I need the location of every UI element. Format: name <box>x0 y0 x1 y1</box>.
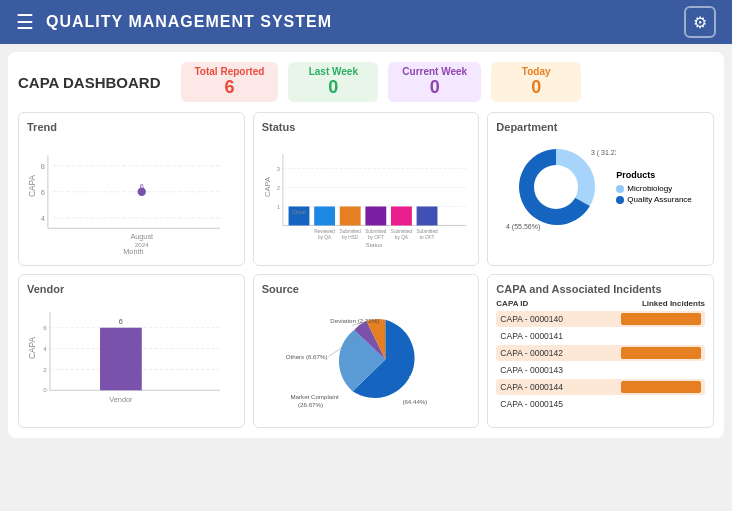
status-svg: CAPA 3 2 1 Close R <box>262 137 471 257</box>
svg-text:by OFT: by OFT <box>368 235 384 240</box>
capa-table-row: CAPA - 0000144 <box>496 379 705 395</box>
svg-text:1: 1 <box>277 204 280 210</box>
capa-id-label: CAPA - 0000143 <box>500 365 701 375</box>
capa-id-label: CAPA - 0000145 <box>500 399 701 409</box>
capa-table-header: CAPA ID Linked Incidents <box>496 299 705 308</box>
stat-today-label: Today <box>505 66 567 77</box>
capa-bar <box>621 313 701 325</box>
svg-text:Submitted: Submitted <box>365 229 387 234</box>
trend-chart: CAPA 8 6 4 August 2024 <box>27 137 236 257</box>
stat-total-reported-label: Total Reported <box>195 66 265 77</box>
vendor-chart: CAPA 6 4 2 0 6 Vendor <box>27 299 236 419</box>
capa-table-row: CAPA - 0000142 <box>496 345 705 361</box>
status-chart: CAPA 3 2 1 Close R <box>262 137 471 257</box>
svg-text:6: 6 <box>43 324 47 331</box>
dept-legend-qa: Quality Assurance <box>616 195 691 204</box>
stat-total-reported-value: 6 <box>195 77 265 98</box>
svg-rect-24 <box>314 206 335 225</box>
source-svg: Deviation (2.22%) Others (6.67%) Interna… <box>262 299 471 419</box>
stat-today: Today 0 <box>491 62 581 102</box>
svg-text:Status: Status <box>366 242 382 248</box>
svg-text:4: 4 <box>43 345 47 352</box>
department-chart-area: 3 ( 31.23 %) 4 (55.56%) Products Microbi… <box>496 137 705 237</box>
capa-id-label: CAPA - 0000144 <box>500 382 621 392</box>
header-left: ☰ QUALITY MANAGEMENT SYSTEM <box>16 10 332 34</box>
svg-text:by QA: by QA <box>318 235 332 240</box>
svg-text:Submitted: Submitted <box>416 229 438 234</box>
trend-title: Trend <box>27 121 236 133</box>
capa-table-row: CAPA - 0000141 <box>496 329 705 343</box>
micro-label: Microbiology <box>627 184 672 193</box>
stat-current-week-value: 0 <box>402 77 467 98</box>
capa-bar <box>621 347 701 359</box>
svg-text:8: 8 <box>41 162 45 171</box>
svg-text:4 (55.56%): 4 (55.56%) <box>506 223 540 231</box>
dept-legend-header: Products <box>616 170 691 180</box>
svg-text:(26.67%): (26.67%) <box>298 401 323 408</box>
stat-last-week: Last Week 0 <box>288 62 378 102</box>
vendor-card: Vendor CAPA 6 4 2 0 6 Vendor <box>18 274 245 428</box>
svg-text:0: 0 <box>43 386 47 393</box>
capa-incidents-title: CAPA and Associated Incidents <box>496 283 705 295</box>
svg-text:CAPA: CAPA <box>27 336 37 359</box>
capa-id-label: CAPA - 0000140 <box>500 314 621 324</box>
source-card: Source Deviation (2.22%) Others <box>253 274 480 428</box>
svg-text:Submitted: Submitted <box>390 229 412 234</box>
trend-svg: CAPA 8 6 4 August 2024 <box>27 137 236 257</box>
svg-text:by QA: by QA <box>395 235 409 240</box>
department-title: Department <box>496 121 705 133</box>
capa-id-label: CAPA - 0000141 <box>500 331 701 341</box>
dashboard-title: CAPA DASHBOARD <box>18 74 161 91</box>
top-grid: Trend CAPA 8 6 4 <box>18 112 714 266</box>
dept-legend-micro: Microbiology <box>616 184 691 193</box>
svg-text:(64.44%): (64.44%) <box>402 398 427 405</box>
svg-text:6: 6 <box>140 182 144 191</box>
stat-current-week-label: Current Week <box>402 66 467 77</box>
svg-text:3 ( 31.23 %): 3 ( 31.23 %) <box>591 149 616 157</box>
vendor-title: Vendor <box>27 283 236 295</box>
status-title: Status <box>262 121 471 133</box>
department-legend: Products Microbiology Quality Assurance <box>616 170 691 204</box>
stat-last-week-label: Last Week <box>302 66 364 77</box>
svg-text:6: 6 <box>119 317 123 326</box>
settings-button[interactable]: ⚙ <box>684 6 716 38</box>
stat-today-value: 0 <box>505 77 567 98</box>
svg-text:August: August <box>130 232 153 241</box>
micro-dot <box>616 185 624 193</box>
svg-text:Market Complaint: Market Complaint <box>290 393 339 400</box>
svg-text:Reviewed: Reviewed <box>314 229 335 234</box>
app-title: QUALITY MANAGEMENT SYSTEM <box>46 13 332 31</box>
menu-icon[interactable]: ☰ <box>16 10 34 34</box>
svg-text:CAPA: CAPA <box>262 176 271 197</box>
capa-incidents-card: CAPA and Associated Incidents CAPA ID Li… <box>487 274 714 428</box>
capa-id-label: CAPA - 0000142 <box>500 348 621 358</box>
svg-text:2: 2 <box>43 366 47 373</box>
svg-text:Close: Close <box>292 209 305 215</box>
svg-text:Vendor: Vendor <box>109 395 133 404</box>
department-donut-svg: 3 ( 31.23 %) 4 (55.56%) <box>496 137 616 237</box>
dashboard-container: CAPA DASHBOARD Total Reported 6 Last Wee… <box>8 52 724 438</box>
svg-rect-27 <box>339 206 360 225</box>
capa-table-row: CAPA - 0000143 <box>496 363 705 377</box>
stat-total-reported: Total Reported 6 <box>181 62 279 102</box>
svg-text:4: 4 <box>41 214 45 223</box>
svg-text:Others (6.67%): Others (6.67%) <box>285 353 327 360</box>
svg-text:6: 6 <box>41 188 45 197</box>
svg-point-40 <box>534 165 578 209</box>
svg-text:to OFT: to OFT <box>419 235 434 240</box>
qa-dot <box>616 196 624 204</box>
stat-current-week: Current Week 0 <box>388 62 481 102</box>
trend-y-label: CAPA <box>27 174 37 197</box>
svg-text:Submitted: Submitted <box>339 229 361 234</box>
svg-text:2: 2 <box>277 185 280 191</box>
svg-rect-53 <box>100 328 142 391</box>
top-bar: CAPA DASHBOARD Total Reported 6 Last Wee… <box>18 62 714 102</box>
source-chart: Deviation (2.22%) Others (6.67%) Interna… <box>262 299 471 419</box>
stat-last-week-value: 0 <box>302 77 364 98</box>
svg-text:3: 3 <box>277 166 280 172</box>
header: ☰ QUALITY MANAGEMENT SYSTEM ⚙ <box>0 0 732 44</box>
svg-text:Month: Month <box>123 247 143 256</box>
svg-rect-33 <box>391 206 412 225</box>
capa-bar <box>621 381 701 393</box>
svg-rect-36 <box>416 206 437 225</box>
